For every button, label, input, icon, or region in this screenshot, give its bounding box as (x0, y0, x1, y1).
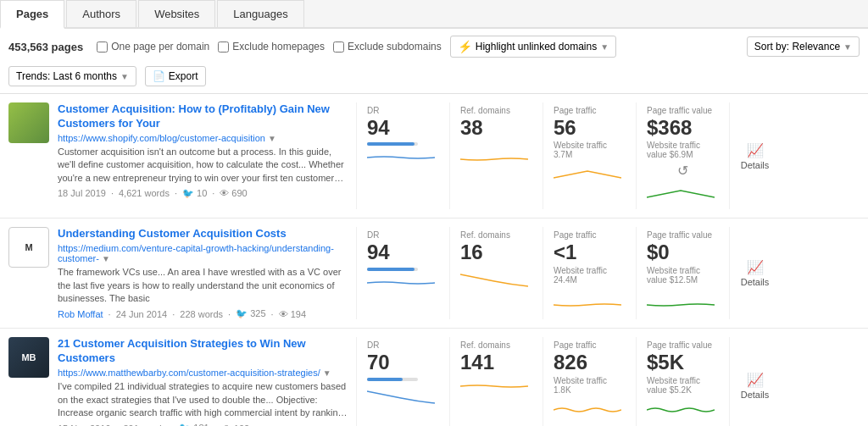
result-meta: Rob Moffat · 24 Jun 2014 · 228 words · 🐦… (58, 308, 348, 319)
result-url[interactable]: https://www.matthewbarby.com/customer-ac… (58, 368, 348, 378)
url-chevron-icon: ▼ (323, 368, 331, 378)
details-label: Details (741, 277, 770, 287)
page-traffic-label: Page traffic (554, 230, 626, 240)
ref-domains-label: Ref. domains (460, 106, 532, 115)
exclude-homepages-checkbox[interactable]: Exclude homepages (218, 41, 325, 53)
result-left: M Understanding Customer Acquisition Cos… (0, 227, 356, 319)
dr-value: 94 (367, 117, 439, 139)
export-button[interactable]: 📄 Export (145, 66, 206, 86)
dr-column: DR 94 (356, 227, 449, 319)
ref-domains-label: Ref. domains (460, 340, 532, 350)
result-content: Understanding Customer Acquisition Costs… (58, 227, 348, 319)
dr-value: 70 (367, 351, 439, 373)
result-url[interactable]: https://www.shopify.com/blog/customer-ac… (58, 133, 348, 143)
result-left: MB 21 Customer Acquisition Strategies to… (0, 337, 356, 426)
dr-column: DR 94 (356, 102, 449, 209)
traffic-value-column: Page traffic value $368 Website traffic … (636, 102, 729, 209)
details-button[interactable]: 📈 Details (741, 259, 770, 287)
dr-value: 94 (367, 241, 439, 263)
website-traffic-value: Website traffic value $6.9M (647, 141, 719, 159)
website-traffic: Website traffic 3.7M (554, 141, 626, 159)
twitter-share: 🐦 325 (236, 308, 265, 319)
details-column: 📈 Details (729, 227, 780, 319)
chart-icon: 📈 (747, 142, 764, 158)
result-date: 24 Jun 2014 (116, 309, 168, 319)
details-button[interactable]: 📈 Details (741, 142, 770, 170)
dr-bar-bg (367, 142, 418, 146)
highlight-unlinked-button[interactable]: ⚡ Highlight unlinked domains ▼ (450, 36, 616, 58)
page-traffic-column: Page traffic <1 Website traffic 24.4M (542, 227, 636, 319)
page-count: 453,563 pages (8, 41, 83, 53)
traffic-value-column: Page traffic value $5K Website traffic v… (636, 337, 729, 426)
ref-domains-column: Ref. domains 38 (449, 102, 542, 209)
word-count: 4,621 words (119, 188, 170, 198)
page-traffic-value: 826 (554, 351, 626, 373)
website-traffic-value: Website traffic value $12.5M (647, 266, 719, 285)
result-meta: 18 Jul 2019 · 4,621 words · 🐦 10 · 👁 690 (58, 188, 348, 199)
dr-bar-bg (367, 268, 418, 271)
dr-label: DR (367, 230, 439, 240)
result-description: Customer acquisition isn't an outcome bu… (58, 146, 348, 185)
one-per-domain-checkbox[interactable]: One page per domain (97, 41, 209, 53)
traffic-est: 👁 690 (220, 188, 247, 198)
traffic-value-label: Page traffic value (647, 106, 719, 115)
traffic-value-column: Page traffic value $0 Website traffic va… (636, 227, 729, 319)
result-meta: 15 Nov 2016 · 891 words · 🐦 181 · 👁 102 (58, 423, 348, 426)
details-button[interactable]: 📈 Details (741, 372, 770, 400)
twitter-share: 🐦 10 (182, 188, 207, 199)
sort-chevron-icon: ▼ (843, 42, 852, 52)
traffic-value-label: Page traffic value (647, 230, 719, 240)
result-title[interactable]: Customer Acquisition: How to (Profitably… (58, 102, 348, 131)
dr-bar-bg (367, 378, 418, 381)
result-description: I've compiled 21 individual strategies t… (58, 380, 348, 419)
traffic-est: 👁 194 (279, 309, 306, 319)
tab-authors[interactable]: Authors (66, 0, 136, 27)
tab-pages[interactable]: Pages (0, 0, 64, 29)
dr-bar (367, 142, 415, 146)
results-list: Customer Acquisition: How to (Profitably… (0, 94, 868, 426)
tab-bar: Pages Authors Websites Languages (0, 0, 868, 29)
export-icon: 📄 (153, 70, 165, 82)
page-traffic-column: Page traffic 56 Website traffic 3.7M (542, 102, 636, 209)
page-traffic-label: Page traffic (554, 106, 626, 115)
thumb-letter: M (25, 242, 32, 252)
result-title[interactable]: Understanding Customer Acquisition Costs (58, 227, 348, 241)
thumb-letter: MB (21, 352, 36, 362)
result-content: Customer Acquisition: How to (Profitably… (58, 102, 348, 209)
dr-label: DR (367, 340, 439, 350)
trends-button[interactable]: Trends: Last 6 months ▼ (8, 66, 136, 86)
result-content: 21 Customer Acquisition Strategies to Wi… (58, 337, 348, 426)
result-title[interactable]: 21 Customer Acquisition Strategies to Wi… (58, 337, 348, 366)
traffic-value-label: Page traffic value (647, 340, 719, 350)
ref-domains-column: Ref. domains 141 (449, 337, 542, 426)
author-link[interactable]: Rob Moffat (58, 309, 103, 319)
ref-domains-label: Ref. domains (460, 230, 532, 240)
page-traffic-value: 56 (554, 117, 626, 139)
result-date: 18 Jul 2019 (58, 188, 106, 198)
details-column: 📈 Details (729, 102, 780, 209)
ref-domains-column: Ref. domains 16 (449, 227, 542, 319)
page-traffic-value: <1 (554, 241, 626, 263)
sort-button[interactable]: Sort by: Relevance ▼ (747, 36, 860, 57)
result-description: The framework VCs use... An area I have … (58, 266, 348, 305)
result-left: Customer Acquisition: How to (Profitably… (0, 102, 356, 209)
chart-icon: 📈 (747, 259, 764, 275)
url-chevron-icon: ▼ (268, 134, 276, 143)
website-traffic-value: Website traffic value $5.2K (647, 376, 719, 395)
tab-languages[interactable]: Languages (217, 0, 303, 27)
reload-icon[interactable]: ↺ (647, 163, 719, 179)
trends-chevron-icon: ▼ (120, 72, 129, 81)
dr-bar (367, 378, 403, 381)
details-label: Details (741, 160, 770, 170)
website-traffic: Website traffic 24.4M (554, 266, 626, 285)
page-traffic-label: Page traffic (554, 340, 626, 350)
exclude-subdomains-checkbox[interactable]: Exclude subdomains (333, 41, 442, 53)
tab-websites[interactable]: Websites (138, 0, 215, 27)
url-chevron-icon: ▼ (102, 254, 110, 263)
result-url[interactable]: https://medium.com/venture-capital-growt… (58, 243, 348, 263)
website-traffic: Website traffic 1.8K (554, 376, 626, 395)
page-traffic-column: Page traffic 826 Website traffic 1.8K (542, 337, 636, 426)
toolbar: 453,563 pages One page per domain Exclud… (0, 29, 868, 94)
dr-column: DR 70 (356, 337, 449, 426)
traffic-value: $5K (647, 351, 719, 373)
